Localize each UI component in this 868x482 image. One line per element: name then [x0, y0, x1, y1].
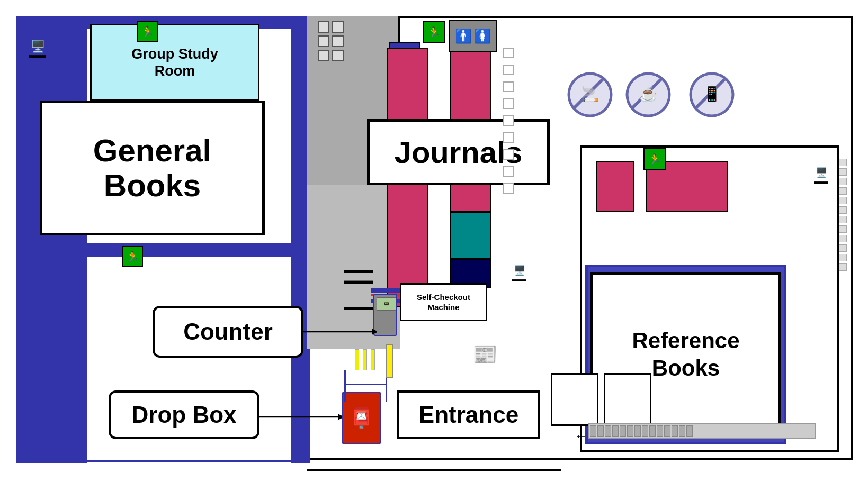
- general-books-label: GeneralBooks: [40, 101, 265, 235]
- slot-3: [371, 349, 375, 370]
- newspaper-stand: 📰: [466, 336, 503, 373]
- small-room-1: [551, 373, 598, 426]
- chair-col-1: [503, 48, 514, 194]
- exit-icon-2: 🏃: [126, 250, 139, 263]
- exit-icon-top: 🏃: [427, 26, 441, 39]
- group-study-room-box: Group StudyRoom: [90, 24, 259, 101]
- journal-shelf-teal: [450, 212, 491, 259]
- no-food-sign: ☕: [625, 71, 672, 118]
- entrance-gate-left: [344, 370, 346, 402]
- female-icon: 🚺: [474, 28, 491, 44]
- exit-icon-ref: 🏃: [648, 153, 661, 166]
- exit-icon-1: 🏃: [141, 25, 154, 38]
- svg-text:🚬: 🚬: [581, 85, 599, 103]
- slot-1: [355, 349, 359, 370]
- floor-plan: Group StudyRoom 🏃 🖥️ ▬▬ GeneralBooks 🏃 J…: [5, 5, 863, 476]
- keyboard-1: ▬▬: [29, 50, 46, 60]
- exit-sign-1: 🏃: [137, 21, 158, 42]
- entrance-bottom-line: [307, 469, 561, 471]
- self-checkout-label: Self-CheckoutMachine: [400, 283, 487, 321]
- equipment-2: ▬▬▬: [344, 275, 373, 286]
- equipment-1: ▬▬▬: [344, 265, 373, 276]
- drop-box-item: 📮: [342, 392, 381, 444]
- counter-arrow: [303, 325, 377, 339]
- computer-ref: 🖥️: [816, 167, 827, 178]
- slot-2: [363, 349, 367, 370]
- drop-box-arrow: [258, 412, 343, 422]
- computer-2: 🖥️: [514, 265, 525, 276]
- top-shelf-grid: [318, 21, 344, 61]
- exit-sign-2: 🏃: [122, 246, 143, 267]
- exit-sign-ref: 🏃: [643, 148, 666, 170]
- entrance-label: Entrance: [397, 390, 540, 439]
- male-icon: 🚹: [455, 28, 472, 44]
- group-study-room-label: Group StudyRoom: [131, 45, 218, 79]
- ref-shelf-left: [596, 161, 634, 212]
- svg-text:☕: ☕: [639, 85, 658, 103]
- drop-box-label: Drop Box: [109, 390, 259, 439]
- svg-text:📱: 📱: [703, 85, 721, 103]
- keyboard-2: ▬▬: [512, 275, 526, 283]
- svg-marker-1: [372, 329, 377, 335]
- exit-sign-top-center: 🏃: [423, 21, 445, 43]
- small-room-2: [604, 373, 651, 426]
- entrance-gate-top: [344, 384, 387, 385]
- no-phone-sign: 📱: [688, 71, 735, 118]
- arrow-left-icon: ←: [575, 429, 587, 443]
- keyboard-ref: ▬▬: [814, 177, 828, 185]
- left-purple-wall-lower: [16, 243, 87, 463]
- journals-label: Journals: [367, 119, 550, 185]
- bottom-shelving: [588, 423, 816, 439]
- equipment-3: ▬▬▬: [344, 302, 373, 313]
- restroom-sign: 🚹 🚺: [449, 20, 497, 52]
- yellow-bar: [386, 344, 393, 378]
- counter-label: Counter: [153, 306, 303, 358]
- no-smoking-sign: 🚬: [567, 71, 613, 118]
